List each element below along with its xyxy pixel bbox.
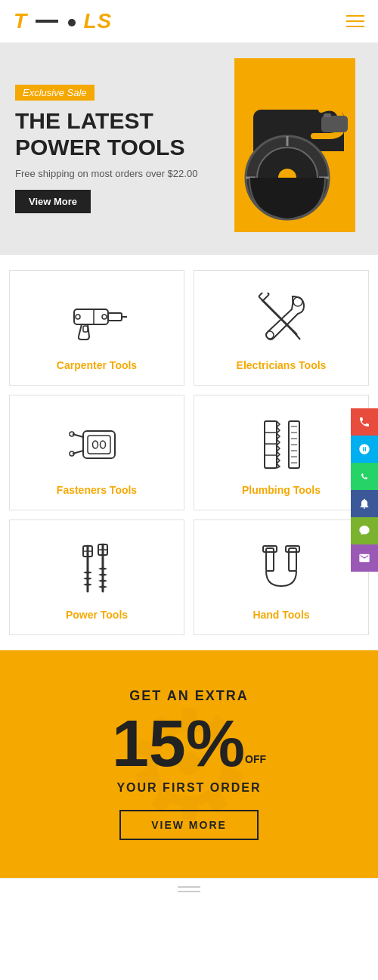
power-icon (63, 539, 131, 600)
svg-rect-19 (259, 293, 269, 301)
footer-line-1 (178, 886, 200, 888)
fasteners-label: Fasteners Tools (57, 484, 137, 496)
svg-point-25 (93, 441, 98, 448)
svg-point-26 (101, 441, 106, 448)
electricians-label: Electricians Tools (237, 359, 327, 371)
svg-line-20 (293, 330, 300, 340)
plumbing-label: Plumbing Tools (242, 484, 321, 496)
promo-percent-number: 15% (112, 710, 245, 777)
footer-bar (0, 878, 378, 900)
social-bell-button[interactable] (351, 490, 378, 517)
svg-rect-14 (83, 326, 88, 332)
menu-line-3 (346, 26, 364, 27)
category-card-fasteners[interactable]: Fasteners Tools (9, 395, 184, 510)
svg-rect-24 (88, 436, 110, 454)
menu-line-2 (346, 20, 364, 22)
category-section: Carpenter Tools Electricians Tools (0, 255, 378, 650)
svg-line-18 (262, 300, 296, 334)
promo-percent: 15% (112, 710, 245, 777)
electricians-icon (247, 290, 315, 350)
svg-rect-11 (74, 309, 108, 324)
svg-point-22 (293, 297, 302, 306)
footer-line-2 (178, 891, 200, 892)
social-whatsapp-button[interactable] (351, 463, 378, 490)
hand-label: Hand Tools (253, 609, 309, 621)
category-card-power[interactable]: Power Tools (9, 519, 184, 635)
footer-lines (8, 886, 370, 892)
promo-get-extra: GET AN EXTRA (129, 688, 248, 704)
hero-title: THE LATEST POWER TOOLS (15, 108, 363, 160)
social-email-button[interactable] (351, 544, 378, 572)
logo[interactable]: T LS (14, 9, 112, 33)
social-skype-button[interactable] (351, 436, 378, 463)
logo-dash (36, 20, 58, 23)
logo-text: T (14, 9, 27, 33)
hero-content: Exclusive Sale THE LATEST POWER TOOLS Fr… (0, 62, 378, 236)
promo-cta-button[interactable]: VIEW MORE (119, 810, 259, 840)
category-card-carpenter[interactable]: Carpenter Tools (9, 270, 184, 386)
promo-section: ⚙ GET AN EXTRA 15% OFF YOUR FIRST ORDER … (0, 650, 378, 878)
category-grid: Carpenter Tools Electricians Tools (9, 270, 369, 635)
svg-point-17 (102, 315, 107, 319)
promo-your-first: YOUR FIRST ORDER (116, 781, 261, 795)
category-card-hand[interactable]: Hand Tools (194, 519, 369, 635)
power-label: Power Tools (66, 609, 128, 621)
svg-rect-31 (265, 421, 277, 468)
carpenter-icon (63, 290, 131, 350)
menu-line-1 (346, 15, 364, 17)
hero-cta-button[interactable]: View More (15, 190, 91, 213)
fasteners-icon (63, 414, 131, 475)
header: T LS (0, 0, 378, 43)
logo-suffix: LS (83, 9, 112, 33)
category-card-plumbing[interactable]: Plumbing Tools (194, 395, 369, 510)
svg-rect-12 (108, 313, 122, 321)
hand-icon (247, 539, 315, 600)
social-phone-button[interactable] (351, 408, 378, 436)
logo-circle (68, 19, 76, 26)
social-float (351, 408, 378, 572)
svg-point-16 (76, 315, 80, 319)
svg-point-21 (266, 331, 274, 339)
promo-off: OFF (245, 753, 266, 766)
carpenter-label: Carpenter Tools (57, 359, 137, 371)
promo-percent-row: 15% OFF (112, 710, 266, 777)
category-card-electricians[interactable]: Electricians Tools (194, 270, 369, 386)
hero-banner: Exclusive Sale THE LATEST POWER TOOLS Fr… (0, 43, 378, 255)
social-wechat-button[interactable] (351, 517, 378, 544)
hero-subtitle: Free shipping on most orders over $22.00 (15, 168, 363, 179)
exclusive-tag: Exclusive Sale (15, 85, 94, 101)
promo-off-label: OFF (245, 753, 266, 766)
menu-button[interactable] (346, 15, 364, 27)
plumbing-icon (247, 414, 315, 475)
